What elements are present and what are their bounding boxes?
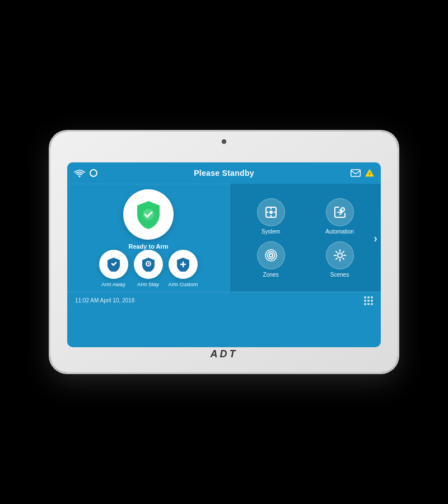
adt-logo: ADT: [211, 348, 238, 360]
footer-time: 11:02 AM April 10, 2018: [75, 297, 134, 304]
dot-7: [364, 303, 366, 305]
chevron-right-icon[interactable]: ›: [374, 231, 377, 244]
arm-away-label: Arm Away: [101, 281, 125, 287]
arm-custom-circle: [169, 250, 198, 279]
alert-icon: !: [365, 169, 374, 178]
status-left: [74, 169, 97, 178]
status-right: !: [351, 169, 374, 178]
svg-rect-0: [351, 170, 361, 176]
arm-away-button[interactable]: Arm Away: [99, 250, 128, 287]
scenes-label: Scenes: [330, 272, 349, 278]
icon-grid: System: [234, 198, 376, 278]
svg-line-30: [335, 258, 337, 259]
adt-device: Please Standby !: [50, 132, 398, 372]
scenes-button[interactable]: Scenes: [309, 241, 371, 278]
zones-icon-circle: [257, 241, 285, 269]
dot-5: [367, 300, 370, 302]
system-icon-circle: [257, 198, 285, 226]
dot-9: [371, 303, 373, 305]
footer-bar: 11:02 AM April 10, 2018: [67, 292, 381, 309]
dot-6: [371, 300, 373, 302]
ring-icon: [90, 169, 97, 177]
arm-stay-label: Arm Stay: [137, 281, 159, 287]
arm-custom-button[interactable]: Arm Custom: [169, 250, 198, 287]
screen: Please Standby !: [67, 162, 381, 347]
svg-point-10: [269, 211, 273, 214]
arm-custom-label: Arm Custom: [169, 281, 198, 287]
automation-label: Automation: [325, 228, 354, 235]
zones-button[interactable]: Zones: [240, 241, 302, 278]
svg-point-21: [267, 251, 274, 259]
dot-8: [367, 303, 370, 305]
main-content: Ready to Arm Arm Away: [67, 184, 381, 292]
arm-buttons: Arm Away Arm Stay: [99, 250, 198, 287]
shield-icon: [135, 200, 162, 229]
dot-1: [364, 296, 366, 298]
svg-line-28: [335, 251, 337, 252]
apps-grid-icon[interactable]: [364, 296, 373, 305]
svg-point-23: [338, 253, 342, 258]
arm-away-circle: [99, 250, 128, 279]
dot-4: [364, 300, 366, 302]
svg-point-6: [147, 263, 149, 265]
svg-point-20: [269, 254, 273, 257]
dot-3: [371, 296, 373, 298]
svg-text:!: !: [369, 171, 371, 176]
ready-badge[interactable]: [123, 189, 174, 240]
system-label: System: [262, 228, 280, 235]
system-button[interactable]: System: [240, 198, 302, 235]
dot-2: [367, 296, 370, 298]
arm-stay-circle: [134, 250, 163, 279]
svg-line-31: [342, 251, 343, 252]
status-title: Please Standby: [194, 169, 254, 178]
mail-icon: [351, 169, 361, 177]
arm-stay-button[interactable]: Arm Stay: [134, 250, 163, 287]
right-panel: System: [230, 184, 381, 292]
scenes-icon-circle: [326, 241, 354, 269]
left-panel: Ready to Arm Arm Away: [67, 184, 230, 292]
automation-icon-circle: [326, 198, 354, 226]
status-bar: Please Standby !: [67, 162, 381, 184]
zones-label: Zones: [263, 272, 279, 278]
wifi-icon: [74, 169, 85, 178]
camera: [222, 139, 226, 144]
ready-label: Ready to Arm: [128, 243, 168, 250]
automation-button[interactable]: Automation: [309, 198, 371, 235]
svg-line-29: [342, 258, 343, 259]
